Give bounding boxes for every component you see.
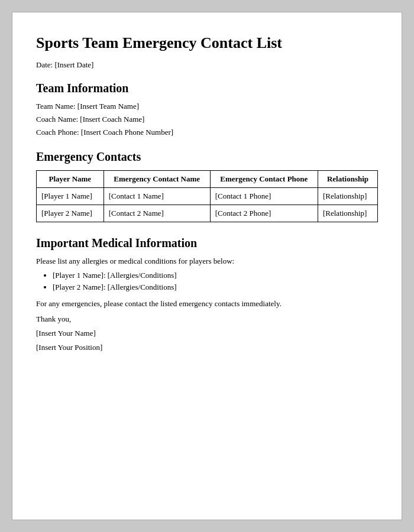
team-section-heading: Team Information	[36, 80, 378, 96]
medical-section: Important Medical Information Please lis…	[36, 235, 378, 352]
cell-r0-c3: [Relationship]	[318, 188, 377, 205]
col-header-player-name: Player Name	[37, 171, 104, 188]
medical-description: Please list any allergies or medical con…	[36, 257, 378, 266]
coach-phone-line: Coach Phone: [Insert Coach Phone Number]	[36, 128, 378, 137]
medical-list: [Player 1 Name]: [Allergies/Conditions][…	[53, 271, 378, 292]
contacts-section: Emergency Contacts Player Name Emergency…	[36, 149, 378, 222]
medical-list-item-0: [Player 1 Name]: [Allergies/Conditions]	[53, 271, 378, 280]
cell-r1-c1: [Contact 2 Name]	[104, 205, 210, 222]
table-row: [Player 1 Name][Contact 1 Name][Contact …	[37, 188, 378, 205]
date-line: Date: [Insert Date]	[36, 60, 378, 70]
table-header-row: Player Name Emergency Contact Name Emerg…	[37, 171, 378, 188]
emergency-note: For any emergencies, please contact the …	[36, 299, 378, 309]
contacts-table: Player Name Emergency Contact Name Emerg…	[36, 170, 378, 222]
medical-list-item-1: [Player 2 Name]: [Allergies/Conditions]	[53, 283, 378, 292]
col-header-contact-name: Emergency Contact Name	[104, 171, 210, 188]
main-title: Sports Team Emergency Contact List	[36, 34, 378, 52]
document-page: Sports Team Emergency Contact List Date:…	[12, 12, 402, 520]
col-header-relationship: Relationship	[318, 171, 377, 188]
insert-position: [Insert Your Position]	[36, 343, 378, 352]
team-section: Team Information Team Name: [Insert Team…	[36, 80, 378, 137]
team-name-line: Team Name: [Insert Team Name]	[36, 102, 378, 111]
table-row: [Player 2 Name][Contact 2 Name][Contact …	[37, 205, 378, 222]
cell-r0-c1: [Contact 1 Name]	[104, 188, 210, 205]
cell-r1-c0: [Player 2 Name]	[37, 205, 104, 222]
medical-section-heading: Important Medical Information	[36, 235, 378, 251]
contacts-section-heading: Emergency Contacts	[36, 149, 378, 164]
cell-r1-c3: [Relationship]	[318, 205, 377, 222]
insert-name: [Insert Your Name]	[36, 329, 378, 338]
coach-name-line: Coach Name: [Insert Coach Name]	[36, 115, 378, 124]
cell-r0-c0: [Player 1 Name]	[37, 188, 104, 205]
col-header-contact-phone: Emergency Contact Phone	[210, 171, 318, 188]
cell-r0-c2: [Contact 1 Phone]	[210, 188, 318, 205]
thank-you: Thank you,	[36, 314, 378, 324]
cell-r1-c2: [Contact 2 Phone]	[210, 205, 318, 222]
